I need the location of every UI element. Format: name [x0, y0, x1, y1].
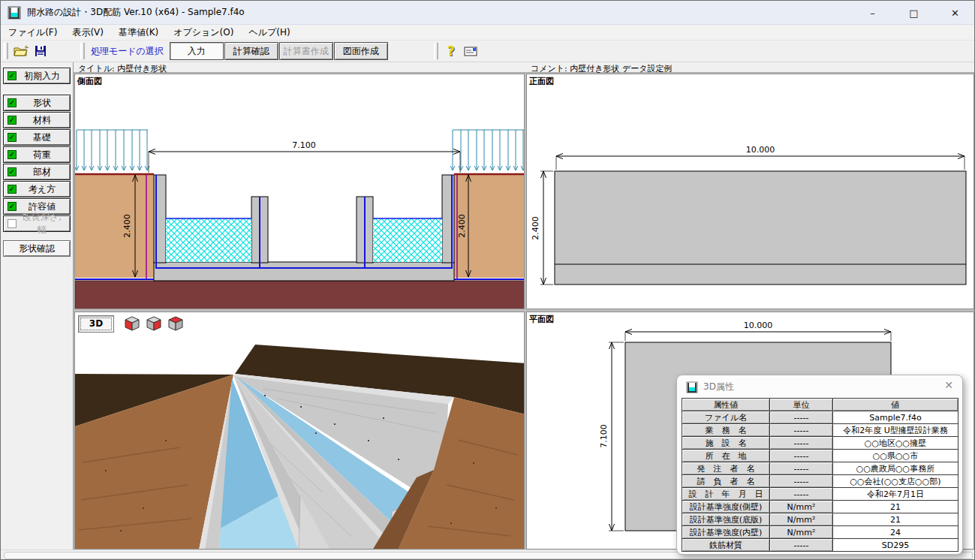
- front-view-drawing: 10.000 2.400: [527, 74, 974, 309]
- cube-left-red-icon: [124, 315, 140, 332]
- dim-front-height: [540, 171, 553, 285]
- table-row: 設計基準強度(側壁) N/mm² 21: [682, 501, 958, 513]
- dim-front-width: [556, 154, 964, 170]
- sidebar-item-load[interactable]: ✓ 荷重: [3, 146, 71, 163]
- checked-icon: ✓: [8, 202, 17, 211]
- dim-label-side-height-right: 2.400: [457, 214, 467, 238]
- process-mode-label: 処理モードの選択: [91, 45, 164, 58]
- main-toolbar: 処理モードの選択 入力 計算確認 計算書作成 図面作成 ?: [1, 40, 975, 62]
- checked-icon: ✓: [8, 167, 17, 176]
- sidebar-item-foundation[interactable]: ✓ 基礎: [3, 129, 71, 146]
- sidebar-item-shape[interactable]: ✓ 形状: [3, 95, 71, 111]
- toolbar-grip[interactable]: [4, 43, 8, 59]
- table-row: 業 務 名 ----- 令和2年度 U型擁壁設計業務: [682, 424, 958, 437]
- cube-left-red-button[interactable]: [122, 315, 142, 333]
- mode-input-button[interactable]: 入力: [170, 42, 224, 60]
- table-row: 所 在 地 ----- ○○県○○市: [682, 450, 958, 462]
- load-arrows-left: [75, 130, 149, 170]
- menu-view[interactable]: 表示(V): [65, 25, 111, 41]
- front-view-panel[interactable]: 正面図 10.000 2.400: [526, 74, 974, 309]
- front-view-label: 正面図: [529, 76, 554, 87]
- checked-icon: ✓: [8, 98, 17, 107]
- menu-file[interactable]: ファイル(F): [1, 25, 65, 41]
- menu-standard-values[interactable]: 基準値(K): [111, 25, 166, 41]
- menu-help[interactable]: ヘルプ(H): [241, 25, 297, 41]
- feedback-button[interactable]: [461, 42, 480, 60]
- dim-label-plan-width: 10.000: [744, 321, 773, 330]
- three-d-panel[interactable]: 3D: [74, 312, 525, 549]
- minimize-button[interactable]: –: [852, 1, 893, 25]
- mode-calc-check-button[interactable]: 計算確認: [224, 42, 278, 60]
- col-value: 値: [833, 399, 958, 411]
- checked-icon: ✓: [8, 185, 17, 194]
- toolbar-grip[interactable]: [80, 43, 85, 59]
- table-header-row: 属性値 単位 値: [682, 399, 958, 411]
- sidebar-item-initial-input[interactable]: ✓ 初期入力: [3, 68, 71, 84]
- three-d-scene[interactable]: [75, 335, 525, 549]
- floppy-disk-icon: [35, 45, 47, 57]
- soil-base: [75, 281, 525, 309]
- dim-plan-height: [609, 342, 624, 531]
- dim-label-plan-height: 7.100: [599, 424, 609, 448]
- cube-right-red-icon: [146, 315, 162, 332]
- sidebar-item-approach[interactable]: ✓ 考え方: [3, 181, 71, 197]
- water-right-channel: [373, 218, 442, 262]
- toolbar-grip[interactable]: [434, 43, 438, 59]
- title-header: タイトル: 内壁付き形状: [74, 62, 526, 73]
- dialog-close-icon[interactable]: ✕: [944, 379, 953, 391]
- front-body: [555, 171, 966, 285]
- table-row: 設計基準強度(底版) N/mm² 21: [682, 513, 958, 526]
- app-window: 開水路の設計・3D配筋 Ver.10 (x64) - Sample7.f4o –…: [0, 0, 975, 560]
- water-left-channel: [166, 218, 251, 262]
- table-row: 発 注 者 名 ----- ○○農政局○○事務所: [682, 462, 958, 475]
- dim-plan-width: [625, 330, 891, 342]
- dialog-app-icon: [686, 381, 698, 393]
- maximize-button[interactable]: □: [893, 1, 934, 25]
- save-file-button[interactable]: [31, 42, 50, 60]
- attributes-table: 属性値 単位 値 ファイル名 ----- Sample7.f4o 業 務 名 -…: [682, 398, 958, 552]
- three-d-button[interactable]: 3D: [78, 315, 114, 333]
- menu-bar: ファイル(F) 表示(V) 基準値(K) オプション(O) ヘルプ(H): [1, 25, 975, 40]
- plan-view-label: 平面図: [529, 314, 554, 325]
- sidebar-item-member[interactable]: ✓ 部材: [3, 164, 71, 180]
- close-button[interactable]: ✕: [934, 1, 975, 25]
- cube-top-red-icon: [167, 315, 184, 332]
- open-file-button[interactable]: [11, 42, 31, 60]
- checked-icon: ✓: [8, 133, 17, 142]
- app-icon: [8, 6, 21, 20]
- help-button[interactable]: ?: [441, 42, 461, 60]
- mode-drawing-button[interactable]: 図面作成: [334, 42, 388, 60]
- table-row: 鉄筋材質 ----- SD295: [682, 539, 958, 552]
- dim-label-front-height: 2.400: [531, 216, 540, 240]
- side-view-panel[interactable]: 側面図: [74, 74, 525, 309]
- cube-right-red-button[interactable]: [143, 315, 164, 333]
- dialog-title-bar: 3D属性: [686, 381, 734, 393]
- help-icon: ?: [447, 44, 455, 59]
- col-attribute: 属性値: [682, 399, 770, 411]
- checked-icon: ✓: [8, 71, 17, 80]
- dim-label-side-height-left: 2.400: [122, 214, 132, 238]
- title-bar: 開水路の設計・3D配筋 Ver.10 (x64) - Sample7.f4o –…: [1, 1, 975, 25]
- open-folder-icon: [14, 45, 29, 57]
- mode-report-button[interactable]: 計算書作成: [279, 42, 333, 60]
- table-row: 設 計 年 月 日 ----- 令和2年7月1日: [682, 488, 958, 501]
- dim-top-width: [149, 149, 460, 173]
- sidebar-item-material[interactable]: ✓ 材料: [3, 112, 71, 128]
- checked-icon: ✓: [8, 116, 17, 125]
- attributes-dialog[interactable]: 3D属性 ✕ 属性値 単位 値 ファイル名 ----- Sample7.f4o …: [676, 375, 963, 555]
- comment-header: コメント: 内壁付き形状 データ設定例: [526, 62, 975, 73]
- load-arrows-right: [450, 130, 525, 170]
- sidebar-item-improvement: 改良深さ,幅: [3, 215, 71, 232]
- three-d-toolbar: 3D: [75, 312, 524, 335]
- table-row: 設計基準強度(内壁) N/mm² 24: [682, 526, 958, 539]
- shape-confirm-button[interactable]: 形状確認: [3, 240, 71, 257]
- cube-top-red-button[interactable]: [165, 315, 185, 333]
- table-row: 施 設 名 ----- ○○地区○○擁壁: [682, 437, 958, 450]
- menu-options[interactable]: オプション(O): [166, 25, 241, 41]
- checked-icon: ✓: [8, 150, 17, 159]
- base-slab: [154, 262, 454, 281]
- unchecked-icon: [8, 219, 17, 228]
- app-icon-water: [11, 13, 18, 17]
- dim-label-side-width: 7.100: [292, 140, 316, 150]
- col-unit: 単位: [770, 399, 833, 411]
